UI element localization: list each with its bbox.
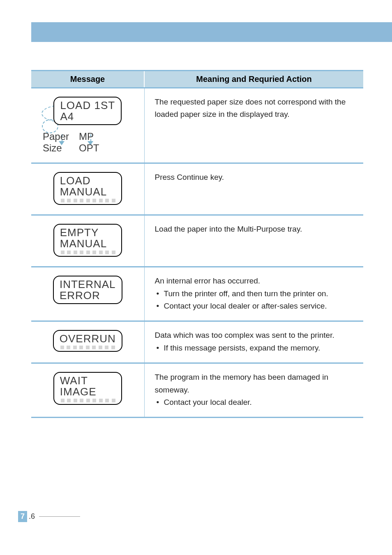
meaning-text: An internal error has occurred. [155, 275, 359, 287]
lcd-line: EMPTY [60, 227, 115, 238]
lcd-line: MANUAL [60, 238, 115, 249]
bullet-list: If this message persists, expand the mem… [155, 342, 359, 354]
sublabel: Paper [43, 131, 69, 143]
lcd-dot-row [60, 251, 115, 254]
lcd-dot-row [60, 199, 115, 202]
bullet-item: Contact your local dealer. [155, 396, 359, 409]
lcd-display: OVERRUN [53, 330, 122, 351]
lcd-sublabels: Paper Size MP OPT [35, 131, 140, 155]
meaning-text: Load the paper into the Multi-Purpose tr… [155, 223, 359, 235]
bullet-item: If this message persists, expand the mem… [155, 342, 359, 354]
lcd-display: LOAD MANUAL [53, 172, 122, 205]
sublabel: MP [79, 131, 99, 143]
page-footer: 7 .6 [18, 511, 80, 522]
sublabel: Size [43, 142, 69, 154]
bullet-list: Turn the printer off, and then turn the … [155, 288, 359, 313]
bullet-item: Turn the printer off, and then turn the … [155, 288, 359, 300]
lcd-line: OVERRUN [60, 333, 116, 344]
header-meaning: Meaning and Requried Action [144, 71, 363, 88]
header-message: Message [31, 71, 144, 88]
lcd-line: MANUAL [60, 186, 115, 197]
sublabel: OPT [79, 142, 99, 154]
table-row: EMPTY MANUAL Load the paper into the Mul… [31, 215, 363, 267]
lcd-line: WAIT [60, 375, 115, 386]
lcd-line: ERROR [60, 290, 116, 301]
table-row: WAIT IMAGE The program in the memory has… [31, 363, 363, 418]
bullet-list: Contact your local dealer. [155, 396, 359, 409]
table-row: LOAD MANUAL Press Continue key. [31, 163, 363, 215]
messages-table: Message Meaning and Requried Action LOAD… [31, 70, 363, 418]
page-line [39, 516, 80, 517]
meaning-text: Press Continue key. [155, 171, 359, 183]
lcd-display: LOAD 1ST A4 [53, 97, 122, 125]
lcd-display: INTERNAL ERROR [53, 276, 122, 304]
bullet-item: Contact your local dealer or after-sales… [155, 300, 359, 312]
lcd-display: WAIT IMAGE [53, 372, 122, 405]
lcd-dot-row [60, 346, 116, 349]
meaning-text: Data which was too complex was sent to t… [155, 329, 359, 341]
lcd-line: LOAD 1ST [60, 100, 115, 111]
table-row: OVERRUN Data which was too complex was s… [31, 321, 363, 363]
page-chapter: 7 [18, 511, 27, 522]
table-row: INTERNAL ERROR An internal error has occ… [31, 267, 363, 321]
table-row: LOAD 1ST A4 Paper Size MP OPT [31, 88, 363, 163]
top-banner [31, 22, 392, 42]
lcd-line: A4 [60, 111, 115, 122]
page-number: .6 [27, 512, 37, 521]
content-area: Message Meaning and Requried Action LOAD… [31, 70, 363, 418]
lcd-dot-row [60, 399, 115, 402]
lcd-display: EMPTY MANUAL [53, 224, 122, 257]
lcd-line: IMAGE [60, 386, 115, 397]
lcd-line: INTERNAL [60, 279, 116, 290]
lcd-line: LOAD [60, 175, 115, 186]
meaning-text: The program in the memory has been damag… [155, 371, 359, 396]
meaning-text: The requested paper size does not corres… [155, 96, 359, 121]
